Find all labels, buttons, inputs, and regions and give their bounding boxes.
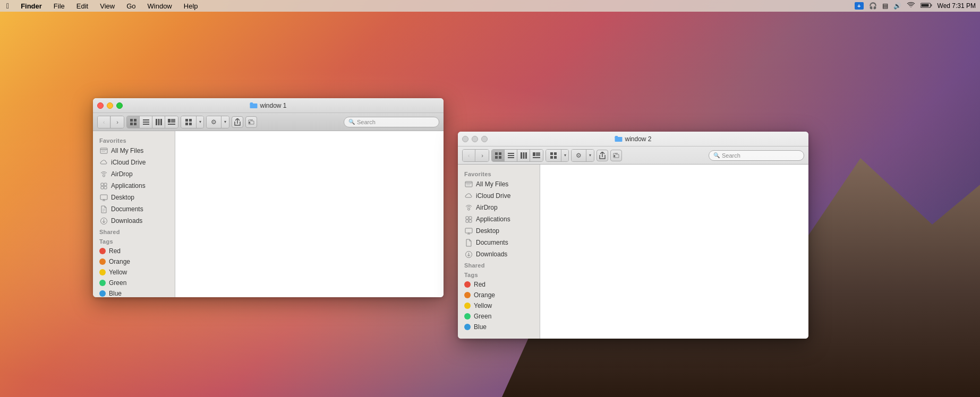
applications-icon [99, 182, 108, 190]
w2-sidebar-item-desktop[interactable]: Desktop [458, 225, 540, 237]
w2-all-my-files-icon [464, 180, 473, 188]
menubar-datetime[interactable]: Wed 7:31 PM [938, 2, 976, 10]
w2-sidebar-item-icloud[interactable]: iCloud Drive [458, 190, 540, 202]
window2-action-button[interactable]: ⚙ [572, 150, 586, 161]
tag-orange-dot [99, 258, 106, 265]
w2-desktop-icon [464, 227, 473, 235]
window1-cover-flow-button[interactable] [165, 116, 178, 128]
menu-edit[interactable]: Edit [74, 2, 90, 10]
window1-action-dropdown-button[interactable]: ▾ [221, 116, 229, 128]
sidebar-item-documents[interactable]: Documents [93, 203, 175, 215]
window2-cover-flow-button[interactable] [530, 150, 543, 161]
window1-back-button[interactable]: ‹ [98, 116, 110, 128]
svg-rect-27 [101, 186, 104, 189]
svg-rect-59 [469, 217, 472, 219]
window2-maximize-button[interactable] [481, 136, 488, 142]
window1-view-dropdown-button[interactable]: ▾ [196, 116, 203, 128]
sidebar-item-icloud-drive[interactable]: iCloud Drive [93, 157, 175, 168]
window2-content [540, 165, 808, 339]
menu-finder[interactable]: Finder [19, 2, 44, 10]
svg-rect-2 [921, 4, 928, 6]
svg-rect-38 [495, 156, 498, 159]
svg-rect-45 [525, 152, 527, 159]
window2-action-dropdown-button[interactable]: ▾ [586, 150, 594, 161]
sidebar-item-tag-orange[interactable]: Orange [93, 256, 175, 267]
w2-sidebar-item-tag-orange[interactable]: Orange [458, 290, 540, 300]
all-my-files-icon [99, 146, 108, 155]
status-plus-icon[interactable]: + [855, 2, 863, 10]
sidebar-item-tag-blue[interactable]: Blue [93, 288, 175, 297]
sidebar-item-tag-yellow[interactable]: Yellow [93, 267, 175, 278]
sidebar-item-tag-yellow-label: Yellow [109, 269, 127, 276]
svg-rect-25 [101, 183, 104, 186]
w2-sidebar-item-tag-blue[interactable]: Blue [458, 322, 540, 332]
window1-folder-back-button[interactable] [245, 116, 257, 128]
svg-rect-9 [143, 124, 149, 125]
window1-close-button[interactable] [97, 102, 104, 109]
window1-column-view-button[interactable] [152, 116, 165, 128]
sidebar-item-airdrop[interactable]: AirDrop [93, 168, 175, 180]
menu-view[interactable]: View [98, 2, 117, 10]
window1-view-options-button[interactable] [181, 116, 196, 128]
window2-minimize-button[interactable] [472, 136, 478, 142]
window2-search-box[interactable]: 🔍 Search [709, 150, 804, 161]
window1-action-button[interactable]: ⚙ [207, 116, 221, 128]
window1-icon-view-button[interactable] [127, 116, 140, 128]
window2-tags-header: Tags [458, 270, 540, 279]
status-volume[interactable]: 🔊 [893, 2, 901, 10]
w2-sidebar-item-tag-yellow[interactable]: Yellow [458, 300, 540, 311]
svg-rect-3 [130, 119, 133, 122]
window2-folder-back-button[interactable] [610, 150, 622, 161]
sidebar-item-tag-red[interactable]: Red [93, 246, 175, 256]
window2-body: Favorites All My Files [458, 165, 808, 339]
window1-list-view-button[interactable] [140, 116, 152, 128]
window2-list-view-button[interactable] [505, 150, 517, 161]
menu-go[interactable]: Go [124, 2, 138, 10]
window2-view-options-button[interactable] [546, 150, 561, 161]
w2-sidebar-item-applications[interactable]: Applications [458, 213, 540, 225]
sidebar-item-all-my-files[interactable]: All My Files [93, 145, 175, 157]
w2-sidebar-tag-green-label: Green [474, 313, 491, 320]
window1-minimize-button[interactable] [107, 102, 113, 109]
window1-view-options: ▾ [181, 116, 204, 128]
sidebar-item-applications[interactable]: Applications [93, 180, 175, 192]
window1-search-box[interactable]: 🔍 Search [344, 117, 439, 127]
w2-sidebar-item-all-my-files[interactable]: All My Files [458, 178, 540, 190]
window1-share-button[interactable] [232, 116, 243, 128]
w2-sidebar-item-tag-green[interactable]: Green [458, 311, 540, 322]
w2-sidebar-item-documents[interactable]: Documents [458, 237, 540, 248]
status-display[interactable]: ▤ [882, 2, 888, 10]
window2-column-view-button[interactable] [517, 150, 530, 161]
status-battery[interactable] [921, 2, 932, 10]
status-wifi[interactable] [907, 2, 915, 10]
svg-rect-61 [469, 220, 472, 222]
w2-sidebar-item-tag-red[interactable]: Red [458, 279, 540, 290]
window2-forward-button[interactable]: › [476, 150, 489, 161]
window2-share-button[interactable] [596, 150, 608, 161]
window2-view-dropdown-button[interactable]: ▾ [561, 150, 568, 161]
w2-sidebar-item-airdrop[interactable]: AirDrop [458, 202, 540, 213]
apple-menu[interactable]:  [4, 2, 11, 10]
menu-window[interactable]: Window [146, 2, 174, 10]
w2-sidebar-item-downloads[interactable]: Downloads [458, 248, 540, 260]
window1-forward-button[interactable]: › [111, 116, 124, 128]
w2-sidebar-all-my-files-label: All My Files [476, 180, 508, 188]
window2-close-button[interactable] [462, 136, 468, 142]
svg-rect-17 [189, 119, 192, 122]
window2-back-button[interactable]: ‹ [463, 150, 475, 161]
sidebar-item-icloud-label: iCloud Drive [111, 159, 146, 166]
svg-rect-62 [465, 228, 472, 233]
status-headphones[interactable]: 🎧 [869, 2, 877, 10]
menubar-right: + 🎧 ▤ 🔊 Wed 7:31 PM [855, 2, 976, 10]
sidebar-item-tag-green-label: Green [109, 279, 126, 287]
sidebar-item-downloads[interactable]: Downloads [93, 215, 175, 227]
window1-maximize-button[interactable] [116, 102, 123, 109]
tag-red-dot [99, 248, 106, 254]
svg-rect-8 [143, 122, 149, 123]
menu-help[interactable]: Help [182, 2, 200, 10]
sidebar-item-tag-green[interactable]: Green [93, 278, 175, 288]
menu-file[interactable]: File [52, 2, 67, 10]
sidebar-item-downloads-label: Downloads [111, 217, 142, 225]
sidebar-item-desktop[interactable]: Desktop [93, 192, 175, 203]
window2-icon-view-button[interactable] [492, 150, 505, 161]
